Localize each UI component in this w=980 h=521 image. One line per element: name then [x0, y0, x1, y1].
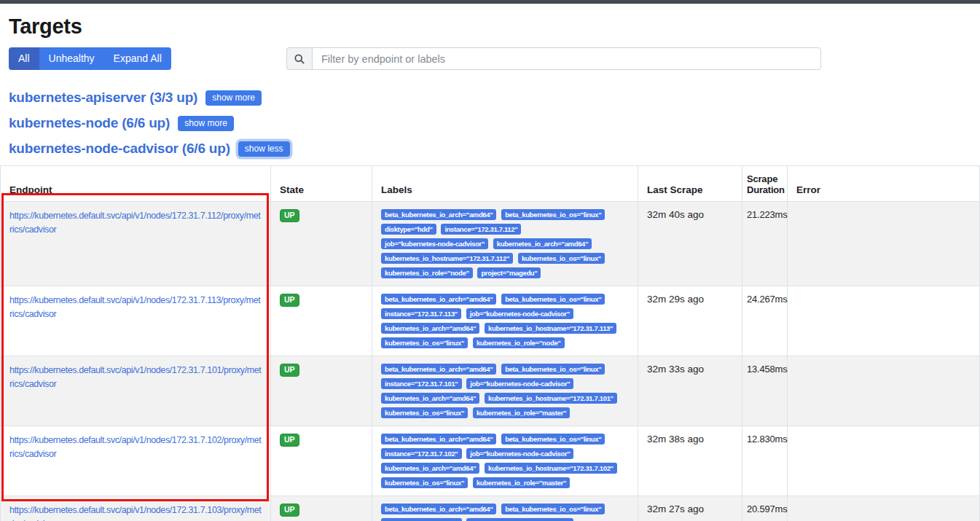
target-row: https://kubernetes.default.svc/api/v1/no… [1, 496, 980, 521]
target-row: https://kubernetes.default.svc/api/v1/no… [1, 286, 980, 356]
error-cell [788, 496, 980, 521]
scrape-duration-cell: 24.267ms [742, 286, 788, 356]
target-label-badge: instance="172.31.7.103" [381, 518, 462, 521]
job-name-link[interactable]: kubernetes-node (6/6 up) [9, 115, 170, 131]
target-label-badge: job="kubernetes-node-cadvisor" [466, 308, 573, 319]
labels-cell: beta_kubernetes_io_arch="amd64" beta_kub… [372, 496, 638, 521]
scrape-duration-cell: 21.223ms [742, 202, 788, 286]
target-label-badge: beta_kubernetes_io_arch="amd64" [381, 364, 496, 375]
target-row: https://kubernetes.default.svc/api/v1/no… [1, 202, 980, 286]
state-cell: UP [271, 426, 372, 496]
header-endpoint: Endpoint [1, 166, 271, 202]
scrape-duration-cell: 12.830ms [742, 426, 788, 496]
job-toggle-button[interactable]: show more [178, 116, 234, 131]
endpoint-cell: https://kubernetes.default.svc/api/v1/no… [1, 356, 271, 426]
error-cell [788, 286, 980, 356]
job-name-link[interactable]: kubernetes-apiserver (3/3 up) [9, 90, 197, 106]
scrape-duration-cell: 13.458ms [742, 356, 788, 426]
header-scrape-duration: Scrape Duration [742, 166, 788, 202]
last-scrape-cell: 32m 27s ago [638, 496, 742, 521]
last-scrape-cell: 32m 33s ago [638, 356, 742, 426]
target-label-badge: beta_kubernetes_io_arch="amd64" [381, 294, 496, 305]
target-label-badge: kubernetes_io_role="node" [381, 267, 473, 278]
target-label-badge: instance="172.31.7.112" [441, 224, 521, 235]
labels-cell: beta_kubernetes_io_arch="amd64" beta_kub… [372, 286, 638, 356]
endpoint-cell: https://kubernetes.default.svc/api/v1/no… [1, 496, 271, 521]
target-label-badge: kubernetes_io_arch="amd64" [381, 393, 479, 404]
header-state: State [271, 166, 372, 202]
target-label-badge: disktype="hdd" [381, 224, 436, 235]
job-name-link[interactable]: kubernetes-node-cadvisor (6/6 up) [9, 141, 230, 157]
target-label-badge: kubernetes_io_os="linux" [381, 407, 468, 418]
endpoint-link[interactable]: https://kubernetes.default.svc/api/v1/no… [9, 504, 262, 521]
target-label-badge: kubernetes_io_hostname="172.31.7.113" [485, 323, 616, 334]
job-toggle-button[interactable]: show less [238, 141, 290, 157]
endpoint-filter-input[interactable] [312, 47, 821, 70]
target-label-badge: kubernetes_io_os="linux" [518, 253, 605, 264]
target-label-badge: beta_kubernetes_io_arch="amd64" [381, 209, 496, 220]
target-label-badge: project="magedu" [477, 267, 541, 278]
target-label-badge: job="kubernetes-node-cadvisor" [466, 378, 573, 389]
state-up-badge: UP [280, 504, 299, 517]
target-label-badge: kubernetes_io_hostname="172.31.7.102" [485, 463, 617, 474]
target-label-badge: instance="172.31.7.102" [381, 448, 462, 459]
target-label-badge: beta_kubernetes_io_arch="amd64" [381, 504, 496, 514]
last-scrape-cell: 32m 29s ago [638, 286, 742, 356]
last-scrape-cell: 32m 38s ago [638, 426, 742, 496]
header-error: Error [788, 166, 980, 202]
target-label-badge: beta_kubernetes_io_arch="amd64" [381, 434, 496, 444]
target-label-badge: kubernetes_io_role="master" [473, 407, 570, 418]
labels-cell: beta_kubernetes_io_arch="amd64" beta_kub… [372, 202, 638, 286]
search-icon [286, 47, 312, 70]
labels-cell: beta_kubernetes_io_arch="amd64" beta_kub… [372, 426, 638, 496]
target-label-badge: kubernetes_io_role="node" [473, 337, 565, 348]
job-row: kubernetes-node (6/6 up) show more [9, 114, 971, 132]
job-list: kubernetes-apiserver (3/3 up) show more … [9, 89, 971, 157]
top-navbar-edge [0, 0, 980, 4]
target-label-badge: job="kubernetes-node-cadvisor" [381, 238, 488, 249]
state-cell: UP [271, 496, 372, 521]
target-label-badge: kubernetes_io_arch="amd64" [381, 323, 479, 334]
error-cell [788, 426, 980, 496]
target-label-badge: beta_kubernetes_io_os="linux" [501, 364, 605, 375]
controls-bar: All Unhealthy Expand All [9, 47, 971, 71]
filter-unhealthy-button[interactable]: Unhealthy [39, 47, 104, 70]
job-row: kubernetes-apiserver (3/3 up) show more [9, 89, 971, 106]
target-label-badge: beta_kubernetes_io_os="linux" [501, 209, 605, 220]
target-label-badge: beta_kubernetes_io_os="linux" [501, 294, 605, 305]
target-label-badge: kubernetes_io_os="linux" [381, 477, 468, 488]
filter-input-group [286, 47, 821, 70]
target-label-badge: job="kubernetes-node-cadvisor" [466, 448, 573, 459]
scrape-pool-filter-group: All Unhealthy Expand All [9, 47, 171, 70]
target-label-badge: kubernetes_io_os="linux" [381, 337, 468, 348]
table-header-row: Endpoint State Labels Last Scrape Scrape… [1, 166, 980, 202]
target-label-badge: beta_kubernetes_io_os="linux" [501, 504, 605, 514]
job-toggle-button[interactable]: show more [205, 90, 262, 106]
target-label-badge: instance="172.31.7.113" [381, 308, 461, 319]
target-label-badge: kubernetes_io_role="master" [473, 477, 570, 488]
error-cell [788, 356, 980, 426]
endpoint-link[interactable]: https://kubernetes.default.svc/api/v1/no… [9, 364, 262, 391]
endpoint-link[interactable]: https://kubernetes.default.svc/api/v1/no… [9, 209, 262, 237]
endpoint-cell: https://kubernetes.default.svc/api/v1/no… [1, 426, 271, 496]
target-label-badge: kubernetes_io_hostname="172.31.7.101" [485, 393, 617, 404]
endpoint-cell: https://kubernetes.default.svc/api/v1/no… [1, 202, 271, 286]
target-label-badge: kubernetes_io_hostname="172.31.7.112" [381, 253, 513, 264]
target-label-badge: job="kubernetes-node-cadvisor" [466, 518, 573, 521]
endpoint-link[interactable]: https://kubernetes.default.svc/api/v1/no… [9, 434, 262, 461]
last-scrape-cell: 32m 40s ago [638, 202, 742, 286]
state-up-badge: UP [280, 364, 299, 377]
expand-all-button[interactable]: Expand All [104, 47, 171, 70]
target-row: https://kubernetes.default.svc/api/v1/no… [1, 356, 980, 426]
targets-table: Endpoint State Labels Last Scrape Scrape… [0, 165, 980, 521]
endpoint-cell: https://kubernetes.default.svc/api/v1/no… [1, 286, 271, 356]
filter-all-button[interactable]: All [9, 47, 39, 70]
error-cell [788, 202, 980, 286]
target-label-badge: kubernetes_io_arch="amd64" [381, 463, 479, 474]
state-cell: UP [271, 202, 372, 286]
target-label-badge: beta_kubernetes_io_os="linux" [501, 434, 605, 444]
target-row: https://kubernetes.default.svc/api/v1/no… [1, 426, 980, 496]
endpoint-link[interactable]: https://kubernetes.default.svc/api/v1/no… [9, 294, 262, 321]
state-up-badge: UP [280, 294, 299, 307]
state-up-badge: UP [280, 434, 299, 447]
